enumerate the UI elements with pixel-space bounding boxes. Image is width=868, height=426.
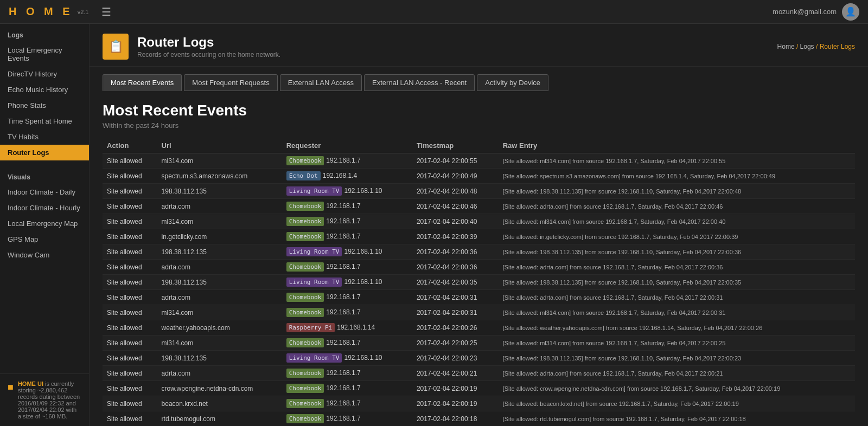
sidebar-item-local-emergency-events[interactable]: Local Emergency Events: [0, 42, 89, 66]
requester-ip: 192.168.1.10: [344, 278, 382, 286]
tab-most-frequent[interactable]: Most Frequent Requests: [184, 74, 277, 91]
cell-action: Site allowed: [103, 396, 157, 411]
page-title: Router Logs: [137, 35, 280, 50]
cell-raw: [Site allowed: adrta.com] from source 19…: [499, 366, 855, 381]
cell-requester: Chomebook192.168.1.7: [282, 229, 412, 244]
cell-timestamp: 2017-02-04 22:00:40: [412, 214, 499, 229]
sidebar-footer-text: HOME UI is currently storing ~2,080,462 …: [18, 380, 81, 419]
cell-action: Site allowed: [103, 366, 157, 381]
tabs-bar: Most Recent Events Most Frequent Request…: [90, 67, 868, 91]
table-row: Site allowedadrta.comChomebook192.168.1.…: [103, 260, 855, 275]
cell-url: adrta.com: [157, 260, 282, 275]
user-email: mozunk@gmail.com: [773, 8, 837, 16]
cell-raw: [Site allowed: spectrum.s3.amazonaws.com…: [499, 169, 855, 184]
cell-raw: [Site allowed: adrta.com] from source 19…: [499, 199, 855, 214]
cell-timestamp: 2017-02-04 22:00:25: [412, 335, 499, 351]
cell-timestamp: 2017-02-04 22:00:49: [412, 169, 499, 184]
cell-requester: Chomebook192.168.1.7: [282, 335, 412, 351]
data-table: Action Url Requester Timestmap Raw Entry…: [103, 138, 855, 426]
breadcrumb-home[interactable]: Home: [777, 43, 795, 50]
sidebar-item-echo-music-history[interactable]: Echo Music History: [0, 82, 89, 98]
section-subtitle: Within the past 24 hours: [103, 121, 855, 130]
sidebar-item-local-emergency-map[interactable]: Local Emergency Map: [0, 216, 89, 231]
sidebar-footer: ■ HOME UI is currently storing ~2,080,46…: [0, 373, 89, 426]
sidebar-item-tv-habits[interactable]: TV Habits: [0, 129, 89, 145]
sidebar-item-phone-stats[interactable]: Phone Stats: [0, 98, 89, 113]
requester-ip: 192.168.1.7: [326, 202, 360, 210]
app-logo: H O M E: [9, 5, 73, 18]
cell-requester: Living Room TV192.168.1.10: [282, 351, 412, 366]
cell-url: ml314.com: [157, 305, 282, 320]
table-row: Site allowed198.38.112.135Living Room TV…: [103, 184, 855, 199]
cell-requester: Living Room TV192.168.1.10: [282, 244, 412, 260]
sidebar-item-directv-history[interactable]: DirecTV History: [0, 66, 89, 82]
topbar-right: mozunk@gmail.com 👤: [773, 3, 859, 21]
cell-timestamp: 2017-02-04 22:00:46: [412, 199, 499, 214]
tab-activity-by-device[interactable]: Activity by Device: [477, 74, 548, 91]
cell-raw: [Site allowed: rtd.tubemogul.com] from s…: [499, 411, 855, 427]
table-row: Site allowedadrta.comChomebook192.168.1.…: [103, 199, 855, 214]
requester-ip: 192.168.1.7: [326, 399, 360, 407]
cell-timestamp: 2017-02-04 22:00:31: [412, 290, 499, 305]
sidebar-item-indoor-climate-hourly[interactable]: Indoor Climate - Hourly: [0, 200, 89, 216]
breadcrumb: Home / Logs / Router Logs: [777, 43, 855, 50]
device-badge: Chomebook: [286, 232, 324, 241]
menu-hamburger[interactable]: ☰: [101, 5, 111, 18]
cell-timestamp: 2017-02-04 22:00:35: [412, 275, 499, 290]
col-timestamp: Timestmap: [412, 138, 499, 153]
sidebar-item-time-spent-at-home[interactable]: Time Spent at Home: [0, 113, 89, 129]
device-badge: Chomebook: [286, 217, 324, 226]
cell-timestamp: 2017-02-04 22:00:48: [412, 184, 499, 199]
device-badge: Chomebook: [286, 293, 324, 302]
requester-ip: 192.168.1.7: [326, 369, 360, 377]
cell-raw: [Site allowed: adrta.com] from source 19…: [499, 290, 855, 305]
tab-most-recent[interactable]: Most Recent Events: [103, 74, 182, 91]
table-row: Site allowedweather.yahooapis.comRaspber…: [103, 320, 855, 335]
requester-ip: 192.168.1.10: [344, 187, 382, 195]
cell-raw: [Site allowed: 198.38.112.135] from sour…: [499, 351, 855, 366]
cell-requester: Chomebook192.168.1.7: [282, 305, 412, 320]
cell-url: beacon.krxd.net: [157, 396, 282, 411]
breadcrumb-current: Router Logs: [820, 43, 855, 50]
device-badge: Chomebook: [286, 308, 324, 317]
cell-url: 198.38.112.135: [157, 184, 282, 199]
requester-ip: 192.168.1.7: [326, 217, 360, 225]
cell-url: weather.yahooapis.com: [157, 320, 282, 335]
breadcrumb-logs[interactable]: Logs: [800, 43, 814, 50]
sidebar-item-indoor-climate-daily[interactable]: Indoor Climate - Daily: [0, 184, 89, 200]
table-row: Site allowedspectrum.s3.amazonaws.comEch…: [103, 169, 855, 184]
cell-timestamp: 2017-02-04 22:00:19: [412, 381, 499, 396]
table-row: Site allowedadrta.comChomebook192.168.1.…: [103, 290, 855, 305]
sidebar-logs-label: Logs: [0, 24, 89, 42]
cell-action: Site allowed: [103, 229, 157, 244]
cell-raw: [Site allowed: 198.38.112.135] from sour…: [499, 244, 855, 260]
cell-requester: Living Room TV192.168.1.10: [282, 184, 412, 199]
cell-action: Site allowed: [103, 214, 157, 229]
home-ui-icon: ■: [8, 382, 14, 393]
sidebar-visuals-label: Visuals: [0, 166, 89, 184]
table-row: Site allowedml314.comChomebook192.168.1.…: [103, 305, 855, 320]
sidebar-item-gps-map[interactable]: GPS Map: [0, 231, 89, 247]
cell-action: Site allowed: [103, 411, 157, 427]
section-content: Most Recent Events Within the past 24 ho…: [90, 91, 868, 426]
cell-url: ml314.com: [157, 335, 282, 351]
cell-raw: [Site allowed: crow.wpengine.netdna-cdn.…: [499, 381, 855, 396]
cell-timestamp: 2017-02-04 22:00:23: [412, 351, 499, 366]
device-badge: Raspberry Pi: [286, 323, 335, 332]
table-row: Site allowed198.38.112.135Living Room TV…: [103, 275, 855, 290]
sidebar-item-router-logs[interactable]: Router Logs: [0, 145, 89, 160]
tab-external-lan-recent[interactable]: External LAN Access - Recent: [364, 74, 475, 91]
device-badge: Chomebook: [286, 262, 324, 272]
cell-action: Site allowed: [103, 305, 157, 320]
col-raw-entry: Raw Entry: [499, 138, 855, 153]
table-row: Site allowedadrta.comChomebook192.168.1.…: [103, 366, 855, 381]
cell-raw: [Site allowed: ml314.com] from source 19…: [499, 214, 855, 229]
cell-action: Site allowed: [103, 199, 157, 214]
cell-timestamp: 2017-02-04 22:00:19: [412, 396, 499, 411]
sidebar-item-window-cam[interactable]: Window Cam: [0, 247, 89, 263]
tab-external-lan[interactable]: External LAN Access: [280, 74, 362, 91]
page-subtitle: Records of events occuring on the home n…: [137, 51, 280, 59]
cell-action: Site allowed: [103, 260, 157, 275]
cell-url: ml314.com: [157, 153, 282, 169]
device-badge: Chomebook: [286, 156, 324, 165]
